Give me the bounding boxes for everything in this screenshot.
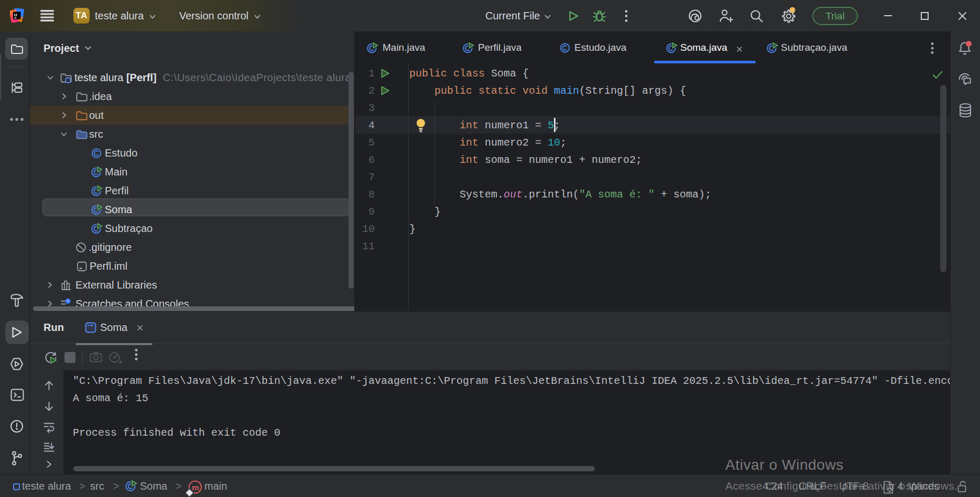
svg-text:U: U (14, 13, 17, 17)
svg-text:m: m (192, 483, 199, 492)
